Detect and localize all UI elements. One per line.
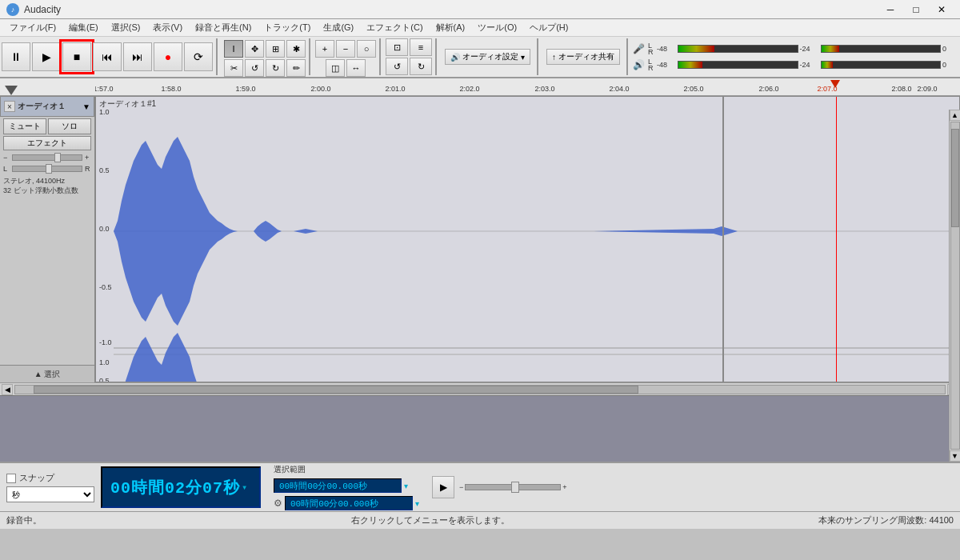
select-mode-label: ▲ 選択: [34, 369, 61, 380]
playback-section: ▶ − +: [432, 476, 567, 498]
waveform-area[interactable]: オーディオ１#1 1.0 0.5 0.0 -0.5 -1.0 1.0 0.5 0…: [95, 96, 960, 382]
time-mark-0: 1:57.0: [95, 85, 114, 93]
output-meter-track[interactable]: [678, 61, 798, 69]
speed-min-label: −: [459, 483, 463, 491]
zoom-tool-button[interactable]: ⊞: [266, 40, 285, 58]
input-meter-track2[interactable]: [821, 45, 942, 53]
skip-back-button[interactable]: ⏮: [93, 42, 122, 71]
cut-tool-button[interactable]: ✂: [224, 59, 243, 77]
time-display-value: 00時間02分07秒: [110, 477, 240, 498]
play-small-button[interactable]: ▶: [432, 476, 454, 498]
track-header: × オーディオ１ ▼: [0, 96, 94, 117]
close-button[interactable]: ✕: [930, 2, 954, 18]
transport-toolbar: ⏸ ▶ ■ ⏮ ⏭ ● ⟳: [2, 38, 218, 75]
pause-button[interactable]: ⏸: [2, 42, 30, 71]
scroll-left-button[interactable]: ◀: [2, 384, 13, 395]
title-left: ♪ Audacity: [6, 3, 61, 16]
menu-generate[interactable]: 生成(G): [317, 20, 360, 35]
main-area: × オーディオ１ ▼ ミュート ソロ エフェクト − + L: [0, 96, 960, 382]
maximize-button[interactable]: □: [904, 2, 928, 18]
zoom-out-button[interactable]: −: [336, 40, 355, 58]
selection-end-dropdown[interactable]: ▾: [415, 499, 419, 508]
minimize-button[interactable]: ─: [878, 2, 902, 18]
menu-file[interactable]: ファイル(F): [3, 20, 62, 35]
align-button[interactable]: ↺: [386, 58, 408, 75]
silence-button[interactable]: ≡: [410, 38, 432, 56]
reverse-button[interactable]: ↻: [410, 58, 432, 75]
effects-button[interactable]: エフェクト: [3, 136, 91, 150]
stop-button[interactable]: ■: [62, 42, 91, 71]
redo-button[interactable]: ↻: [266, 59, 285, 77]
select-tool-button[interactable]: I: [224, 40, 243, 58]
mic-icon: 🎤: [633, 43, 646, 54]
record-button[interactable]: ●: [154, 42, 182, 71]
envelope-tool-button[interactable]: ✥: [245, 40, 264, 58]
output-meter-track2[interactable]: [821, 61, 942, 69]
pan-slider-thumb[interactable]: [46, 164, 52, 174]
zoom-reset-button[interactable]: ○: [357, 40, 376, 58]
output-meter-fill: [678, 62, 702, 68]
time-display-dropdown[interactable]: ▾: [242, 482, 248, 494]
time-mark-8: 2:05.0: [683, 85, 703, 93]
menu-track[interactable]: トラック(T): [258, 20, 317, 35]
input-meter-track[interactable]: [678, 45, 798, 53]
draw-tool-button[interactable]: ✏: [286, 59, 306, 77]
input-db-label-mid: -24: [800, 45, 819, 53]
title-text: Audacity: [24, 4, 61, 15]
audio-share-button[interactable]: ↑ オーディオ共有: [546, 49, 620, 65]
menu-edit[interactable]: 編集(E): [62, 20, 105, 35]
playhead-line: [836, 97, 837, 382]
play-button[interactable]: ▶: [32, 42, 61, 71]
time-mark-4: 2:01.0: [385, 85, 405, 93]
zoom-width-button[interactable]: ↔: [346, 59, 366, 77]
menu-view[interactable]: 表示(V): [146, 20, 189, 35]
output-db-label-mid: -24: [800, 61, 819, 69]
timeline-ruler[interactable]: 1:57.0 1:58.0 1:59.0 2:00.0 2:01.0 2:02.…: [0, 78, 960, 96]
selection-start-display: 00時間00分00.000秒: [274, 478, 402, 493]
svg-marker-14: [114, 231, 959, 326]
menu-tools[interactable]: ツール(O): [471, 20, 523, 35]
h-scroll-track[interactable]: [14, 385, 946, 394]
mute-button[interactable]: ミュート: [3, 118, 46, 134]
speed-track[interactable]: [465, 484, 561, 490]
selection-gear-icon[interactable]: ⚙: [274, 498, 282, 509]
speed-thumb[interactable]: [511, 482, 519, 493]
zoom-in-button[interactable]: +: [315, 40, 334, 58]
h-scrollbar[interactable]: ◀ ▶: [0, 382, 960, 395]
menu-select[interactable]: 選択(S): [105, 20, 147, 35]
menu-analyze[interactable]: 解析(A): [430, 20, 472, 35]
audio-setup-button[interactable]: 🔊 オーディオ設定 ▾: [445, 49, 530, 65]
selection-range-label: 選択範囲: [274, 464, 306, 475]
track-close-button[interactable]: ×: [4, 101, 15, 112]
menu-help[interactable]: ヘルプ(H): [523, 20, 574, 35]
scroll-down-button[interactable]: ▼: [950, 450, 961, 462]
skip-fwd-button[interactable]: ⏭: [123, 42, 152, 71]
input-meter-row: 🎤 LR -48 -24 0: [633, 42, 955, 56]
solo-button[interactable]: ソロ: [48, 118, 91, 134]
time-mark-9: 2:06.0: [758, 85, 778, 93]
track-dropdown-icon[interactable]: ▼: [82, 102, 90, 111]
snap-select[interactable]: 秒: [6, 486, 94, 502]
track-name: オーディオ１: [18, 101, 66, 112]
scroll-up-button[interactable]: ▲: [950, 110, 961, 121]
trim-button[interactable]: ⊡: [386, 38, 408, 56]
h-scroll-thumb[interactable]: [34, 386, 638, 394]
multi-tool-button[interactable]: ✱: [286, 40, 306, 58]
menu-record-play[interactable]: 録音と再生(N): [189, 20, 258, 35]
input-meter-fill2: [822, 46, 839, 52]
track-bottom: ▲ 選択: [0, 365, 94, 382]
v-scroll-thumb[interactable]: [951, 129, 959, 226]
menu-effect[interactable]: エフェクト(C): [360, 20, 429, 35]
undo-button[interactable]: ↺: [245, 59, 264, 77]
selection-start-dropdown[interactable]: ▾: [404, 482, 408, 490]
svg-text:1.0: 1.0: [99, 358, 110, 366]
snap-checkbox[interactable]: [6, 474, 16, 483]
tools-toolbar: I ✥ ⊞ ✱ ✂ ↺ ↻ ✏: [221, 38, 310, 75]
meter-area: 🎤 LR -48 -24 0 🔊 LR -4: [630, 38, 958, 75]
zoom-fit-button[interactable]: ◫: [326, 59, 345, 77]
gain-slider-thumb[interactable]: [54, 153, 61, 162]
loop-button[interactable]: ⟳: [184, 42, 213, 71]
v-scroll-track[interactable]: [950, 122, 960, 450]
v-scrollbar[interactable]: ▲ ▼: [949, 110, 960, 462]
audio-share-label: オーディオ共有: [558, 51, 614, 62]
